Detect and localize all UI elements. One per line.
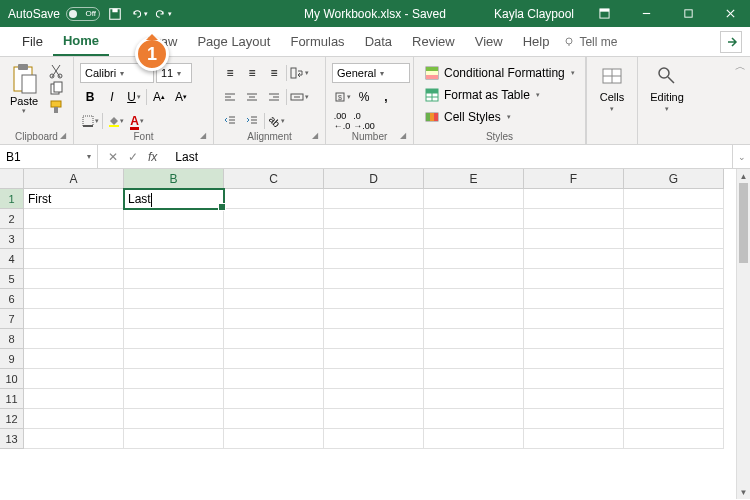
- row-header-8[interactable]: 8: [0, 329, 24, 349]
- bold-button[interactable]: B: [80, 87, 100, 107]
- underline-button[interactable]: U: [124, 87, 144, 107]
- cell-G10[interactable]: [624, 369, 724, 389]
- increase-font-icon[interactable]: A▴: [149, 87, 169, 107]
- cell-G13[interactable]: [624, 429, 724, 449]
- expand-formula-bar-icon[interactable]: ⌄: [732, 145, 750, 168]
- cell-A6[interactable]: [24, 289, 124, 309]
- cell-G4[interactable]: [624, 249, 724, 269]
- cell-D5[interactable]: [324, 269, 424, 289]
- cut-icon[interactable]: [48, 63, 64, 79]
- cell-C10[interactable]: [224, 369, 324, 389]
- ribbon-options-icon[interactable]: [584, 0, 624, 27]
- cells-button[interactable]: Cells ▾: [599, 63, 625, 113]
- fx-icon[interactable]: fx: [148, 150, 157, 164]
- cell-A13[interactable]: [24, 429, 124, 449]
- tab-file[interactable]: File: [12, 27, 53, 56]
- share-button[interactable]: [720, 31, 742, 53]
- percent-icon[interactable]: %: [354, 87, 374, 107]
- cell-G1[interactable]: [624, 189, 724, 209]
- cell-D6[interactable]: [324, 289, 424, 309]
- increase-decimal-icon[interactable]: .00←.0: [332, 111, 352, 131]
- cell-C6[interactable]: [224, 289, 324, 309]
- cell-A12[interactable]: [24, 409, 124, 429]
- cell-C5[interactable]: [224, 269, 324, 289]
- cell-F13[interactable]: [524, 429, 624, 449]
- tab-help[interactable]: Help: [513, 27, 560, 56]
- cell-G5[interactable]: [624, 269, 724, 289]
- paste-button[interactable]: Paste ▾: [4, 59, 44, 115]
- cell-B12[interactable]: [124, 409, 224, 429]
- cell-F4[interactable]: [524, 249, 624, 269]
- cell-B10[interactable]: [124, 369, 224, 389]
- cell-C8[interactable]: [224, 329, 324, 349]
- cell-B13[interactable]: [124, 429, 224, 449]
- font-color-button[interactable]: A: [127, 111, 147, 131]
- cell-C7[interactable]: [224, 309, 324, 329]
- cell-E9[interactable]: [424, 349, 524, 369]
- cell-F9[interactable]: [524, 349, 624, 369]
- cell-F11[interactable]: [524, 389, 624, 409]
- cell-D2[interactable]: [324, 209, 424, 229]
- cell-D10[interactable]: [324, 369, 424, 389]
- cell-E11[interactable]: [424, 389, 524, 409]
- undo-icon[interactable]: ▾: [130, 5, 148, 23]
- cell-B3[interactable]: [124, 229, 224, 249]
- cell-G6[interactable]: [624, 289, 724, 309]
- user-name[interactable]: Kayla Claypool: [494, 7, 574, 21]
- close-icon[interactable]: [710, 0, 750, 27]
- cancel-formula-icon[interactable]: ✕: [108, 150, 118, 164]
- scroll-up-icon[interactable]: ▲: [737, 169, 750, 183]
- cell-A8[interactable]: [24, 329, 124, 349]
- cell-C9[interactable]: [224, 349, 324, 369]
- cell-E1[interactable]: [424, 189, 524, 209]
- borders-button[interactable]: [80, 111, 100, 131]
- number-format-dropdown[interactable]: General▾: [332, 63, 410, 83]
- cell-C1[interactable]: [224, 189, 324, 209]
- cell-E4[interactable]: [424, 249, 524, 269]
- cell-B11[interactable]: [124, 389, 224, 409]
- cell-A9[interactable]: [24, 349, 124, 369]
- wrap-text-icon[interactable]: [289, 63, 309, 83]
- cell-G12[interactable]: [624, 409, 724, 429]
- cell-D11[interactable]: [324, 389, 424, 409]
- tab-formulas[interactable]: Formulas: [280, 27, 354, 56]
- cell-E13[interactable]: [424, 429, 524, 449]
- row-header-11[interactable]: 11: [0, 389, 24, 409]
- cell-C3[interactable]: [224, 229, 324, 249]
- cell-A5[interactable]: [24, 269, 124, 289]
- row-header-9[interactable]: 9: [0, 349, 24, 369]
- align-right-icon[interactable]: [264, 87, 284, 107]
- tab-insert[interactable]: Insertert: [109, 27, 137, 56]
- row-header-12[interactable]: 12: [0, 409, 24, 429]
- cell-C4[interactable]: [224, 249, 324, 269]
- conditional-formatting-button[interactable]: Conditional Formatting▾: [424, 63, 575, 83]
- cell-E6[interactable]: [424, 289, 524, 309]
- cell-E5[interactable]: [424, 269, 524, 289]
- accounting-format-icon[interactable]: $: [332, 87, 352, 107]
- row-header-5[interactable]: 5: [0, 269, 24, 289]
- cell-C2[interactable]: [224, 209, 324, 229]
- fill-color-button[interactable]: [105, 111, 125, 131]
- font-dialog-launcher[interactable]: ◢: [200, 131, 210, 141]
- vertical-scrollbar[interactable]: ▲ ▼: [736, 169, 750, 499]
- align-left-icon[interactable]: [220, 87, 240, 107]
- cell-E10[interactable]: [424, 369, 524, 389]
- cell-D13[interactable]: [324, 429, 424, 449]
- redo-icon[interactable]: ▾: [154, 5, 172, 23]
- cell-F2[interactable]: [524, 209, 624, 229]
- cell-E2[interactable]: [424, 209, 524, 229]
- save-icon[interactable]: [106, 5, 124, 23]
- formula-input[interactable]: Last: [167, 145, 732, 168]
- cell-D8[interactable]: [324, 329, 424, 349]
- comma-icon[interactable]: ,: [376, 87, 396, 107]
- minimize-icon[interactable]: [626, 0, 666, 27]
- cell-B1[interactable]: Last: [124, 189, 224, 209]
- row-header-13[interactable]: 13: [0, 429, 24, 449]
- row-header-10[interactable]: 10: [0, 369, 24, 389]
- number-dialog-launcher[interactable]: ◢: [400, 131, 410, 141]
- cell-A4[interactable]: [24, 249, 124, 269]
- column-header-C[interactable]: C: [224, 169, 324, 189]
- column-header-E[interactable]: E: [424, 169, 524, 189]
- column-header-F[interactable]: F: [524, 169, 624, 189]
- editing-button[interactable]: Editing ▾: [650, 63, 684, 113]
